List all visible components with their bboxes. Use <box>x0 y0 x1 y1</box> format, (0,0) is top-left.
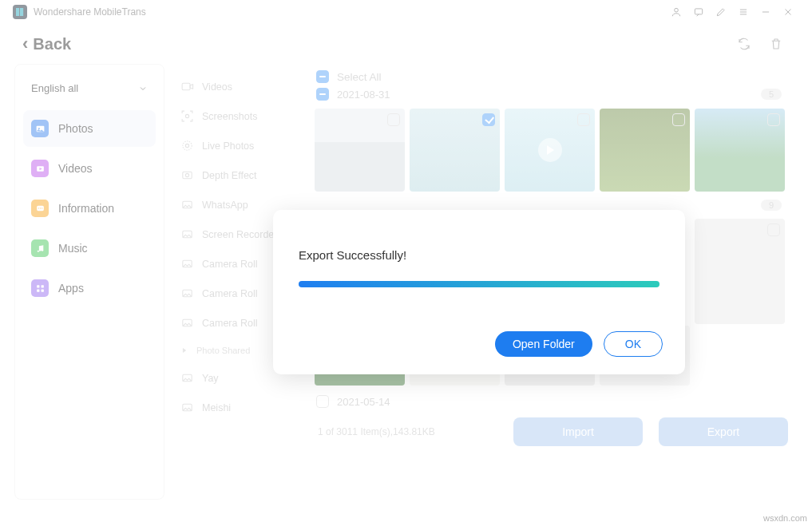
select-all-checkbox[interactable] <box>316 70 329 83</box>
photo-thumbnail[interactable] <box>600 109 690 192</box>
category-live-photos[interactable]: Live Photos <box>177 131 303 160</box>
nav-item-videos[interactable]: Videos <box>23 150 156 187</box>
header-row: ‹ Back <box>0 24 812 64</box>
nav-item-information[interactable]: Information <box>23 190 156 227</box>
nav-item-label: Videos <box>58 162 93 175</box>
svg-rect-20 <box>37 285 39 287</box>
svg-rect-0 <box>16 8 19 16</box>
modal-actions: Open Folder OK <box>495 331 663 357</box>
delete-button[interactable] <box>762 30 790 57</box>
music-icon <box>31 239 49 257</box>
svg-marker-36 <box>183 349 185 353</box>
svg-point-16 <box>39 208 40 208</box>
open-folder-button[interactable]: Open Folder <box>495 331 592 357</box>
chevron-down-icon <box>138 84 148 93</box>
export-success-modal: Export Successfully! Open Folder OK <box>273 210 685 374</box>
nav-item-label: Apps <box>58 282 84 295</box>
back-button[interactable]: ‹ Back <box>22 34 71 54</box>
category-screenshots[interactable]: Screenshots <box>177 101 303 131</box>
minimize-icon[interactable] <box>755 1 777 23</box>
svg-point-11 <box>38 127 39 129</box>
svg-point-18 <box>37 250 38 251</box>
group-count: 9 <box>761 200 782 211</box>
sidebar-nav: English all Photos Videos Information Mu… <box>14 64 164 500</box>
svg-rect-1 <box>20 8 23 16</box>
chevron-left-icon: ‹ <box>22 34 28 54</box>
app-logo-icon <box>13 5 27 19</box>
title-bar: Wondershare MobileTrans <box>0 0 812 24</box>
feedback-icon[interactable] <box>687 1 710 23</box>
ok-button[interactable]: OK <box>604 331 663 357</box>
thumbnail-row <box>315 109 791 192</box>
category-depth-effect[interactable]: Depth Effect <box>177 160 303 190</box>
svg-point-19 <box>42 249 43 251</box>
app-title: Wondershare MobileTrans <box>34 6 146 18</box>
date-group-row[interactable]: 2021-08-31 5 <box>315 83 791 105</box>
nav-item-apps[interactable]: Apps <box>23 270 156 307</box>
play-icon <box>538 138 562 162</box>
select-all-label: Select All <box>337 71 382 83</box>
language-label: English all <box>31 82 78 94</box>
photo-thumbnail[interactable] <box>315 109 405 192</box>
thumb-checkbox[interactable] <box>672 113 685 126</box>
svg-rect-29 <box>183 172 192 179</box>
edit-icon[interactable] <box>710 1 732 23</box>
svg-point-27 <box>185 144 188 147</box>
svg-rect-24 <box>182 83 190 90</box>
progress-bar <box>299 281 660 287</box>
svg-rect-21 <box>41 285 43 287</box>
photo-thumbnail[interactable] <box>410 109 500 192</box>
svg-point-17 <box>42 208 42 208</box>
video-thumbnail[interactable] <box>505 109 595 192</box>
export-button[interactable]: Export <box>659 417 788 446</box>
date-group-row[interactable]: 2021-05-14 <box>315 389 791 409</box>
photo-thumbnail[interactable] <box>695 219 785 324</box>
thumb-checkbox[interactable] <box>577 113 590 126</box>
close-icon[interactable] <box>777 1 799 23</box>
svg-point-2 <box>675 8 679 12</box>
group-checkbox[interactable] <box>316 88 329 101</box>
nav-item-label: Information <box>58 202 114 215</box>
svg-point-15 <box>38 208 38 208</box>
category-videos[interactable]: Videos <box>177 72 303 101</box>
import-button[interactable]: Import <box>513 417 643 446</box>
group-date: 2021-08-31 <box>337 89 390 101</box>
nav-item-label: Music <box>58 242 88 255</box>
nav-item-photos[interactable]: Photos <box>23 110 156 147</box>
svg-marker-25 <box>190 85 193 89</box>
svg-point-26 <box>185 114 188 117</box>
group-count: 5 <box>761 89 782 100</box>
photos-icon <box>31 120 49 137</box>
svg-point-28 <box>183 141 192 150</box>
content-footer: 1 of 3011 Item(s),143.81KB Import Export <box>315 409 791 446</box>
thumb-checkbox[interactable] <box>387 113 400 126</box>
thumb-checkbox[interactable] <box>482 113 495 126</box>
language-selector[interactable]: English all <box>23 76 156 107</box>
apps-icon <box>31 279 49 297</box>
account-icon[interactable] <box>665 1 687 23</box>
menu-icon[interactable] <box>732 1 755 23</box>
svg-rect-22 <box>37 289 39 291</box>
photo-thumbnail[interactable] <box>695 109 785 192</box>
group-checkbox[interactable] <box>316 395 329 408</box>
thumb-checkbox[interactable] <box>767 223 780 236</box>
modal-title: Export Successfully! <box>299 248 660 262</box>
information-icon <box>31 200 49 217</box>
back-label: Back <box>33 35 71 53</box>
nav-item-music[interactable]: Music <box>23 230 156 267</box>
status-text: 1 of 3011 Item(s),143.81KB <box>318 426 435 437</box>
select-all-row[interactable]: Select All <box>315 70 791 83</box>
group-date: 2021-05-14 <box>337 396 390 408</box>
svg-rect-3 <box>695 9 702 14</box>
thumb-checkbox[interactable] <box>767 113 780 126</box>
refresh-button[interactable] <box>731 30 758 57</box>
svg-point-30 <box>185 173 188 176</box>
videos-icon <box>31 160 49 177</box>
nav-item-label: Photos <box>58 122 93 135</box>
svg-rect-23 <box>41 289 43 291</box>
watermark: wsxdn.com <box>763 513 807 523</box>
category-meishi[interactable]: Meishi <box>177 393 303 422</box>
